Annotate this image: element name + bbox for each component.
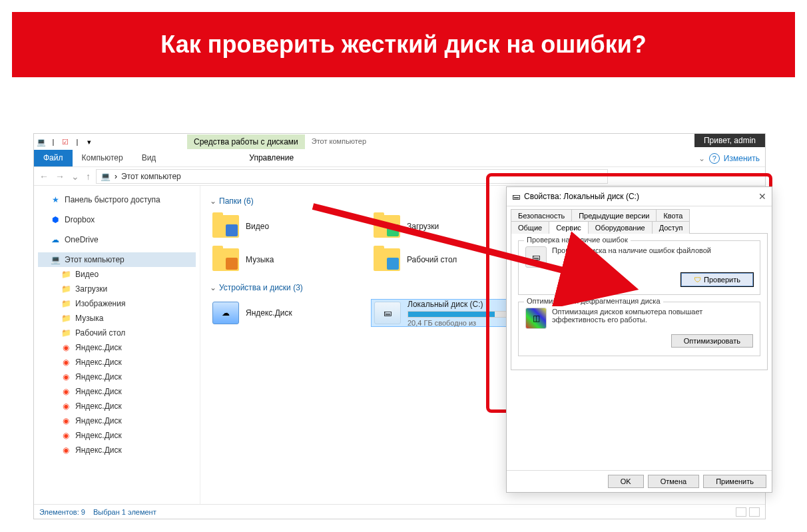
yandex-disk-icon: ◉ <box>61 342 71 353</box>
optimize-desc: Оптимизация дисков компьютера повышает э… <box>552 308 753 324</box>
chevron-down-icon: ⌄ <box>210 283 216 292</box>
nav-this-pc[interactable]: 💻Этот компьютер <box>38 252 196 267</box>
view-tiles-icon[interactable] <box>749 507 760 517</box>
tab-general[interactable]: Общие <box>511 221 549 234</box>
folder-icon <box>212 215 239 238</box>
ribbon-file-tab[interactable]: Файл <box>34 150 73 166</box>
folder-icon <box>374 215 400 238</box>
status-bar: Элементов: 9 Выбран 1 элемент <box>34 504 765 519</box>
up-button[interactable]: ↑ <box>85 171 92 182</box>
tab-quota[interactable]: Квота <box>656 209 690 222</box>
nav-quick-access[interactable]: ★Панель быстрого доступа <box>38 192 196 207</box>
nav-yandex-disk[interactable]: ◉Яндекс.Диск <box>38 340 196 355</box>
contextual-tab-drive-tools[interactable]: Средства работы с дисками <box>187 134 305 149</box>
yandex-disk-icon: ◉ <box>61 357 71 368</box>
status-selected: Выбран 1 элемент <box>93 508 156 516</box>
dialog-title: Свойства: Локальный диск (C:) <box>524 192 639 201</box>
properties-dialog: 🖴 Свойства: Локальный диск (C:) ✕ Безопа… <box>506 186 772 493</box>
shield-icon: 🛡 <box>694 276 701 284</box>
folder-icon: 📁 <box>61 284 71 294</box>
qat-divider: | <box>49 137 58 146</box>
optimize-group: Оптимизация и дефрагментация диска ◫ Опт… <box>518 302 760 356</box>
history-dropdown-icon[interactable]: ⌄ <box>70 171 81 182</box>
nav-folder-Изображения[interactable]: 📁Изображения <box>38 296 196 311</box>
forward-button[interactable]: → <box>54 171 66 182</box>
nav-folder-Рабочий стол[interactable]: 📁Рабочий стол <box>38 326 196 340</box>
nav-yandex-disk[interactable]: ◉Яндекс.Диск <box>38 399 196 413</box>
yandex-disk-icon: ◉ <box>61 430 71 441</box>
folder-icon <box>212 248 239 271</box>
tab-previous-versions[interactable]: Предыдущие версии <box>571 209 657 222</box>
hdd-icon: 🖴 <box>374 302 401 324</box>
cancel-button[interactable]: Отмена <box>648 475 699 488</box>
ribbon-tab-view[interactable]: Вид <box>133 150 166 166</box>
ribbon: Файл Компьютер Вид Управление ⌄ ? Измени… <box>34 150 765 167</box>
chevron-right-icon: › <box>115 172 117 181</box>
ribbon-tab-computer[interactable]: Компьютер <box>73 150 133 166</box>
ribbon-tab-manage[interactable]: Управление <box>240 150 303 166</box>
hello-admin-badge: Привет, admin <box>694 134 765 147</box>
yandex-disk-icon: ◉ <box>61 401 71 411</box>
nav-yandex-disk[interactable]: ◉Яндекс.Диск <box>38 370 196 384</box>
chevron-down-icon: ⌄ <box>210 196 216 206</box>
folder-icon: 📁 <box>61 328 71 338</box>
nav-folder-Музыка[interactable]: 📁Музыка <box>38 311 196 326</box>
close-button[interactable]: ✕ <box>758 191 766 202</box>
qat-divider: | <box>73 137 82 146</box>
yandex-disk-icon: ◉ <box>61 372 71 382</box>
nav-folder-Видео[interactable]: 📁Видео <box>38 267 196 282</box>
folder-item[interactable]: Музыка <box>210 246 363 274</box>
nav-onedrive[interactable]: ☁OneDrive <box>38 232 196 247</box>
ok-button[interactable]: OK <box>608 475 644 488</box>
dialog-button-row: OK Отмена Применить <box>507 470 772 492</box>
folder-item[interactable]: Видео <box>210 212 363 240</box>
nav-folder-Загрузки[interactable]: 📁Загрузки <box>38 282 196 296</box>
tab-security[interactable]: Безопасность <box>511 209 572 222</box>
defrag-icon: ◫ <box>525 308 547 329</box>
navigation-pane: ★Панель быстрого доступа ⬢Dropbox ☁OneDr… <box>34 186 200 504</box>
optimize-button[interactable]: Оптимизировать <box>671 334 753 348</box>
tutorial-banner: Как проверить жесткий диск на ошибки? <box>12 12 795 77</box>
tab-service[interactable]: Сервис <box>549 221 589 234</box>
nav-yandex-disk[interactable]: ◉Яндекс.Диск <box>38 428 196 443</box>
nav-yandex-disk[interactable]: ◉Яндекс.Диск <box>38 413 196 428</box>
change-link[interactable]: Изменить <box>724 154 760 163</box>
dialog-tabs: Безопасность Предыдущие версии Квота Общ… <box>507 206 772 233</box>
view-details-icon[interactable] <box>736 507 746 517</box>
qat-dropdown-icon[interactable]: ▾ <box>85 137 94 146</box>
folder-icon <box>374 248 400 271</box>
window-title: Этот компьютер <box>305 134 373 149</box>
pc-icon: 💻 <box>50 254 61 265</box>
tab-hardware[interactable]: Оборудование <box>588 221 653 234</box>
yandex-disk-icon: ◉ <box>61 386 71 397</box>
nav-yandex-disk[interactable]: ◉Яндекс.Диск <box>38 443 196 457</box>
breadcrumb[interactable]: Этот компьютер <box>121 172 181 181</box>
check-disk-icon: 🖴 <box>525 246 547 268</box>
folder-icon: 📁 <box>61 298 71 309</box>
error-check-legend: Проверка на наличие ошибок <box>524 236 631 244</box>
nav-yandex-disk[interactable]: ◉Яндекс.Диск <box>38 384 196 399</box>
pc-icon: 💻 <box>101 172 111 181</box>
back-button[interactable]: ← <box>38 171 50 182</box>
yandex-disk-icon: ◉ <box>61 415 71 426</box>
cloud-drive-icon: ☁ <box>212 302 239 324</box>
check-button[interactable]: 🛡Проверить <box>681 273 753 286</box>
item-yandex-disk-cloud[interactable]: ☁ Яндекс.Диск <box>210 299 363 327</box>
nav-yandex-disk[interactable]: ◉Яндекс.Диск <box>38 355 196 370</box>
drive-icon: 🖴 <box>512 192 520 201</box>
status-item-count: Элементов: 9 <box>39 508 85 516</box>
dialog-title-bar: 🖴 Свойства: Локальный диск (C:) ✕ <box>507 187 772 206</box>
dialog-body: Проверка на наличие ошибок 🖴 Проверка ди… <box>511 233 768 370</box>
qat-check-icon[interactable]: ☑ <box>61 137 70 146</box>
error-check-desc: Проверка диска на наличие ошибок файлово… <box>552 246 711 254</box>
help-icon[interactable]: ? <box>709 153 720 164</box>
nav-dropbox[interactable]: ⬢Dropbox <box>38 212 196 227</box>
dropbox-icon: ⬢ <box>50 214 61 225</box>
title-bar: 💻 | ☑ | ▾ Средства работы с дисками Этот… <box>34 134 765 150</box>
yandex-disk-icon: ◉ <box>61 445 71 455</box>
tab-sharing[interactable]: Доступ <box>652 221 690 234</box>
optimize-legend: Оптимизация и дефрагментация диска <box>524 297 663 305</box>
ribbon-collapse-icon[interactable]: ⌄ <box>698 154 705 163</box>
pc-icon: 💻 <box>37 137 46 146</box>
apply-button[interactable]: Применить <box>703 475 766 488</box>
